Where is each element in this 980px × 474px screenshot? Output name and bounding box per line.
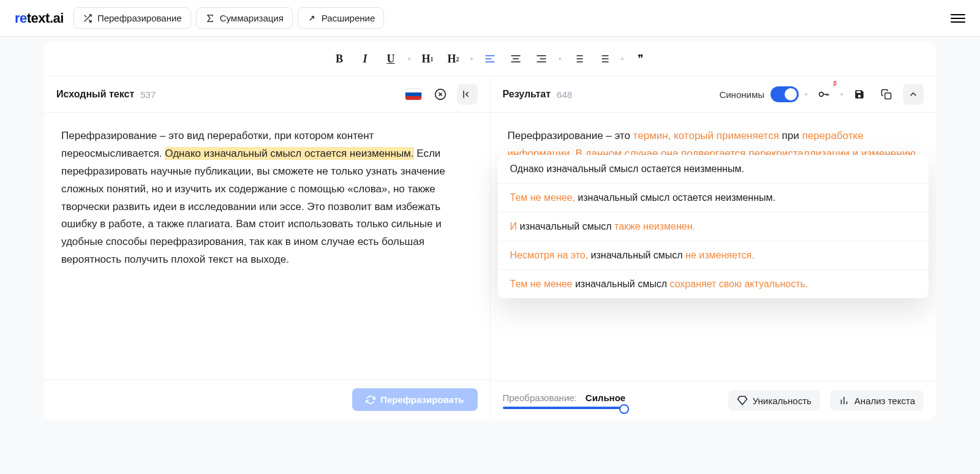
separator	[621, 58, 624, 60]
alternative-option[interactable]: Тем не менее, изначальный смысл остается…	[498, 184, 929, 213]
source-panel: Исходный текст 537 Перефразирование – эт…	[44, 77, 491, 419]
top-header: retext.ai Перефразирование Суммаризация …	[0, 0, 980, 37]
paraphrase-mode-button[interactable]: Перефразирование	[74, 7, 191, 29]
collapse-icon	[462, 89, 473, 100]
copy-icon	[881, 89, 892, 100]
expand-label: Расширение	[322, 13, 375, 23]
menu-button[interactable]	[951, 11, 965, 26]
uniqueness-button[interactable]: Уникальность	[728, 390, 820, 411]
result-char-count: 648	[557, 89, 572, 100]
h2-button[interactable]: H2	[445, 50, 462, 67]
result-text: Перефразирование – это	[508, 130, 633, 141]
align-left-button[interactable]	[481, 50, 499, 67]
separator	[840, 93, 843, 96]
separator	[408, 58, 410, 60]
source-char-count: 537	[140, 89, 156, 100]
transform-label: Преобразование:	[503, 393, 577, 403]
alt-changed: сохраняет свою актуальность.	[669, 279, 808, 289]
summarize-label: Суммаризация	[220, 13, 284, 23]
save-button[interactable]	[849, 84, 870, 105]
mode-buttons: Перефразирование Суммаризация Расширение	[74, 7, 384, 29]
alternative-option[interactable]: И изначальный смысл также неизменен.	[498, 213, 929, 241]
italic-button[interactable]: I	[356, 50, 374, 67]
key-icon	[818, 88, 830, 100]
text-analysis-button[interactable]: Анализ текста	[830, 390, 924, 411]
result-footer: Преобразование: Сильное Уникальность Ана…	[491, 381, 937, 419]
refresh-icon	[366, 395, 375, 405]
alt-text: изначальный смысл остается неизменным.	[575, 192, 775, 203]
source-text-area[interactable]: Перефразирование – это вид переработки, …	[44, 113, 490, 379]
clear-button[interactable]	[430, 84, 451, 105]
alt-changed: Тем не менее,	[510, 192, 575, 203]
collapse-left-button[interactable]	[457, 84, 478, 105]
copy-button[interactable]	[876, 84, 897, 105]
sigma-icon	[205, 13, 215, 23]
result-text: при	[779, 130, 802, 141]
transform-value: Сильное	[586, 393, 625, 403]
separator	[805, 93, 807, 96]
bold-button[interactable]: B	[331, 50, 348, 67]
result-panel-header: Результат 648 Синонимы β	[491, 77, 937, 113]
unordered-list-button[interactable]	[595, 50, 612, 67]
collapse-right-button[interactable]	[903, 84, 924, 105]
separator	[470, 58, 473, 60]
alt-text: Однако изначальный смысл остается неизме…	[510, 164, 744, 174]
paraphrase-button-label: Перефразировать	[380, 394, 464, 405]
synonyms-label: Синонимы	[719, 89, 764, 100]
shuffle-icon	[83, 13, 92, 23]
alt-text: изначальный смысл	[572, 279, 669, 289]
quote-button[interactable]: ❞	[632, 50, 649, 67]
h1-button[interactable]: H1	[419, 50, 436, 67]
analysis-label: Анализ текста	[854, 396, 915, 406]
underline-button[interactable]: U	[382, 50, 399, 67]
expand-icon	[307, 13, 317, 23]
clear-icon	[434, 88, 447, 100]
result-panel: Результат 648 Синонимы β	[491, 77, 937, 419]
transform-slider[interactable]	[503, 407, 625, 409]
result-changed: термин, который применяется	[633, 130, 779, 141]
alt-changed: Тем не менее	[510, 279, 573, 289]
diamond-icon	[737, 395, 748, 406]
ordered-list-button[interactable]	[570, 50, 587, 67]
alt-text: изначальный смысл	[588, 250, 685, 260]
result-title: Результат	[503, 89, 551, 100]
alt-changed: не изменяется.	[685, 250, 754, 260]
alt-changed: также неизменен.	[614, 221, 695, 231]
separator	[559, 58, 561, 60]
svg-rect-29	[885, 93, 891, 99]
alt-changed: Несмотря на это,	[510, 250, 589, 260]
expand-mode-button[interactable]: Расширение	[298, 7, 384, 29]
alternative-option[interactable]: Тем не менее изначальный смысл сохраняет…	[498, 270, 929, 298]
logo[interactable]: retext.ai	[15, 10, 64, 26]
alt-changed: И	[510, 221, 518, 231]
uniqueness-label: Уникальность	[753, 396, 812, 406]
ru-flag-icon	[405, 88, 422, 100]
source-highlighted-sentence: Однако изначальный смысл остается неизме…	[165, 147, 413, 160]
editor-panels: Исходный текст 537 Перефразирование – эт…	[44, 77, 936, 419]
language-flag-button[interactable]	[403, 84, 424, 105]
alternatives-dropdown: Однако изначальный смысл остается неизме…	[498, 155, 929, 298]
alternative-option[interactable]: Однако изначальный смысл остается неизме…	[498, 155, 929, 184]
summarize-mode-button[interactable]: Суммаризация	[196, 7, 293, 29]
align-center-button[interactable]	[507, 50, 524, 67]
source-title: Исходный текст	[56, 89, 134, 100]
logo-re: re	[15, 10, 27, 26]
chevron-up-icon	[908, 89, 919, 100]
source-text-after: Если перефразировать научные публикации,…	[61, 148, 445, 265]
align-right-button[interactable]	[533, 50, 550, 67]
save-icon	[854, 89, 865, 100]
paraphrase-button[interactable]: Перефразировать	[352, 388, 477, 411]
alt-text: изначальный смысл	[517, 221, 614, 231]
format-toolbar: B I U H1 H2 ❞	[44, 42, 936, 77]
paraphrase-label: Перефразирование	[97, 13, 182, 23]
keywords-button[interactable]: β	[813, 84, 834, 105]
main-container: B I U H1 H2 ❞ Исходный текст 537	[44, 42, 936, 419]
svg-point-25	[820, 92, 824, 97]
synonyms-toggle[interactable]	[771, 86, 799, 102]
source-footer: Перефразировать	[44, 379, 490, 419]
logo-text: text.ai	[27, 10, 64, 26]
chart-icon	[839, 395, 850, 406]
alternative-option[interactable]: Несмотря на это, изначальный смысл не из…	[498, 241, 929, 270]
source-panel-header: Исходный текст 537	[44, 77, 490, 113]
beta-badge: β	[834, 80, 837, 86]
